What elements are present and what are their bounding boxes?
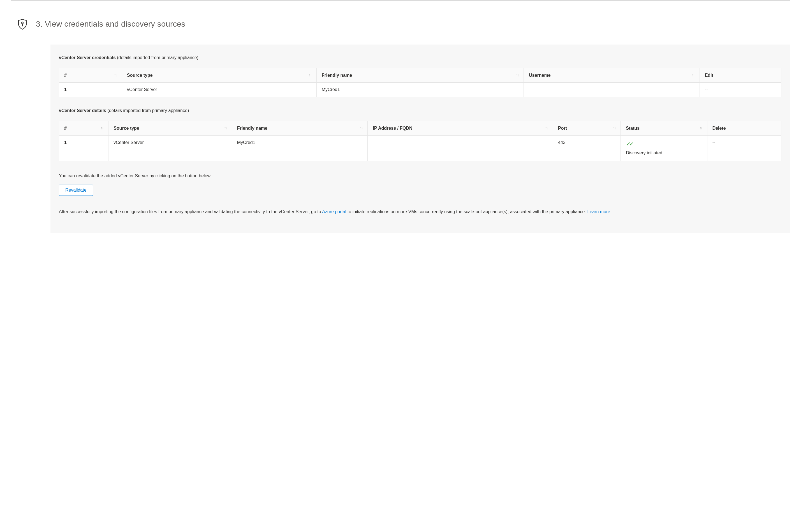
cell-friendly-name: MyCred1 <box>232 136 368 161</box>
azure-portal-link[interactable]: Azure portal <box>322 209 346 214</box>
cell-port: 443 <box>553 136 621 161</box>
sort-icon[interactable]: ↑↓ <box>360 126 362 130</box>
sort-icon[interactable]: ↑↓ <box>309 73 311 77</box>
sort-icon[interactable]: ↑↓ <box>516 73 519 77</box>
learn-more-link[interactable]: Learn more <box>587 209 610 214</box>
cell-username <box>524 83 700 97</box>
divider-top <box>11 0 790 1</box>
col-header-username[interactable]: Username ↑↓ <box>524 68 700 83</box>
col-header-num[interactable]: # ↑↓ <box>59 121 109 136</box>
col-header-port[interactable]: Port ↑↓ <box>553 121 621 136</box>
divider-under-title <box>51 36 790 36</box>
col-header-edit: Edit <box>700 68 781 83</box>
col-header-source-type[interactable]: Source type ↑↓ <box>109 121 232 136</box>
svg-point-0 <box>22 22 23 24</box>
sort-icon[interactable]: ↑↓ <box>100 126 103 130</box>
content-panel: vCenter Server credentials (details impo… <box>51 44 790 233</box>
section-header: 3. View credentials and discovery source… <box>11 14 790 36</box>
status-text: Discovery initiated <box>626 150 662 155</box>
cell-num: 1 <box>59 136 109 161</box>
cell-edit: -- <box>700 83 781 97</box>
sort-icon[interactable]: ↑↓ <box>545 126 548 130</box>
table-row: 1 vCenter Server MyCred1 -- <box>59 83 781 97</box>
divider-bottom <box>11 256 790 256</box>
table-header-row: # ↑↓ Source type ↑↓ Friendly name ↑↓ Use… <box>59 68 781 83</box>
col-header-num[interactable]: # ↑↓ <box>59 68 122 83</box>
check-icon: ✓✓ <box>626 140 632 148</box>
cell-ip <box>368 136 553 161</box>
table-row: 1 vCenter Server MyCred1 443 ✓✓ Discover… <box>59 136 781 161</box>
cell-num: 1 <box>59 83 122 97</box>
sort-icon[interactable]: ↑↓ <box>692 73 694 77</box>
details-heading-bold: vCenter Server details <box>59 108 106 113</box>
details-table: # ↑↓ Source type ↑↓ Friendly name ↑↓ IP … <box>59 121 781 161</box>
cell-status: ✓✓ Discovery initiated <box>621 136 707 161</box>
col-header-status[interactable]: Status ↑↓ <box>621 121 707 136</box>
sort-icon[interactable]: ↑↓ <box>700 126 702 130</box>
footer-text: After successfully importing the configu… <box>59 208 781 215</box>
sort-icon[interactable]: ↑↓ <box>224 126 227 130</box>
col-header-friendly-name[interactable]: Friendly name ↑↓ <box>232 121 368 136</box>
col-header-source-type[interactable]: Source type ↑↓ <box>122 68 317 83</box>
details-heading-note: (details imported from primary appliance… <box>106 108 189 113</box>
shield-key-icon <box>17 18 28 30</box>
cell-source-type: vCenter Server <box>109 136 232 161</box>
credentials-table: # ↑↓ Source type ↑↓ Friendly name ↑↓ Use… <box>59 68 781 97</box>
credentials-heading: vCenter Server credentials (details impo… <box>59 55 781 60</box>
col-header-friendly-name[interactable]: Friendly name ↑↓ <box>316 68 524 83</box>
section-title: 3. View credentials and discovery source… <box>36 20 185 28</box>
credentials-heading-bold: vCenter Server credentials <box>59 55 116 60</box>
details-heading: vCenter Server details (details imported… <box>59 108 781 113</box>
cell-friendly-name: MyCred1 <box>316 83 524 97</box>
cell-source-type: vCenter Server <box>122 83 317 97</box>
sort-icon[interactable]: ↑↓ <box>613 126 615 130</box>
col-header-ip[interactable]: IP Address / FQDN ↑↓ <box>368 121 553 136</box>
cell-delete: -- <box>707 136 781 161</box>
sort-icon[interactable]: ↑↓ <box>114 73 117 77</box>
revalidate-text: You can revalidate the added vCenter Ser… <box>59 172 781 179</box>
table-header-row: # ↑↓ Source type ↑↓ Friendly name ↑↓ IP … <box>59 121 781 136</box>
credentials-heading-note: (details imported from primary appliance… <box>116 55 199 60</box>
revalidate-button[interactable]: Revalidate <box>59 185 93 196</box>
col-header-delete: Delete <box>707 121 781 136</box>
